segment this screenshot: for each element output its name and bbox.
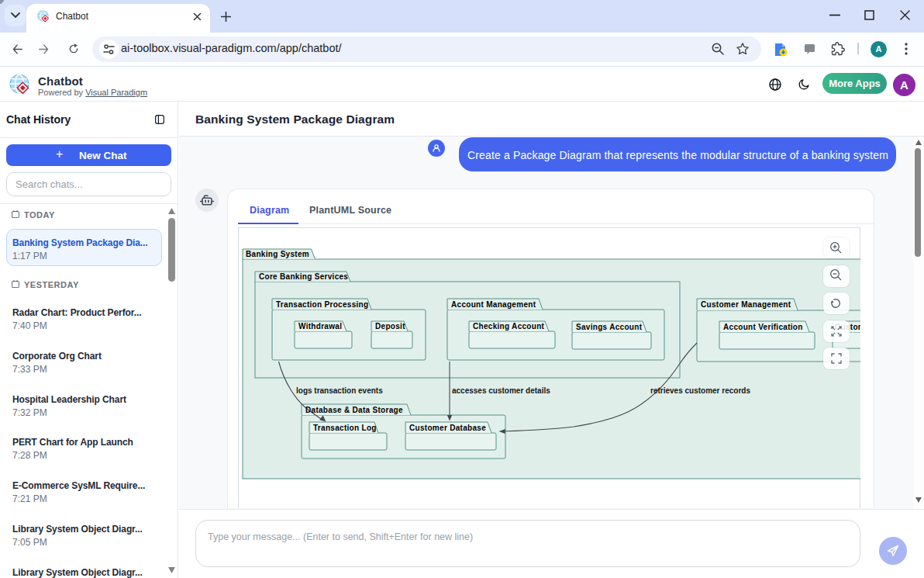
svg-text:Database & Data Storage: Database & Data Storage bbox=[305, 406, 403, 414]
svg-text:Withdrawal: Withdrawal bbox=[298, 322, 342, 331]
svg-text:Account Management: Account Management bbox=[451, 300, 536, 309]
svg-text:Checking Account: Checking Account bbox=[473, 322, 545, 331]
svg-text:Customer Management: Customer Management bbox=[701, 300, 791, 309]
svg-text:retrieves customer records: retrieves customer records bbox=[650, 386, 750, 395]
svg-text:Deposit: Deposit bbox=[375, 322, 405, 331]
svg-text:Banking System: Banking System bbox=[246, 250, 309, 258]
svg-text:Savings Account: Savings Account bbox=[576, 323, 643, 331]
svg-text:logs transaction events: logs transaction events bbox=[296, 386, 383, 395]
svg-text:Account Verification: Account Verification bbox=[723, 323, 803, 331]
svg-text:accesses customer details: accesses customer details bbox=[452, 386, 550, 395]
svg-text:Customer Database: Customer Database bbox=[409, 424, 486, 432]
svg-text:Transaction Log: Transaction Log bbox=[313, 424, 377, 432]
svg-text:Transaction Processing: Transaction Processing bbox=[276, 300, 368, 309]
svg-text:Core Banking Services: Core Banking Services bbox=[259, 272, 348, 281]
